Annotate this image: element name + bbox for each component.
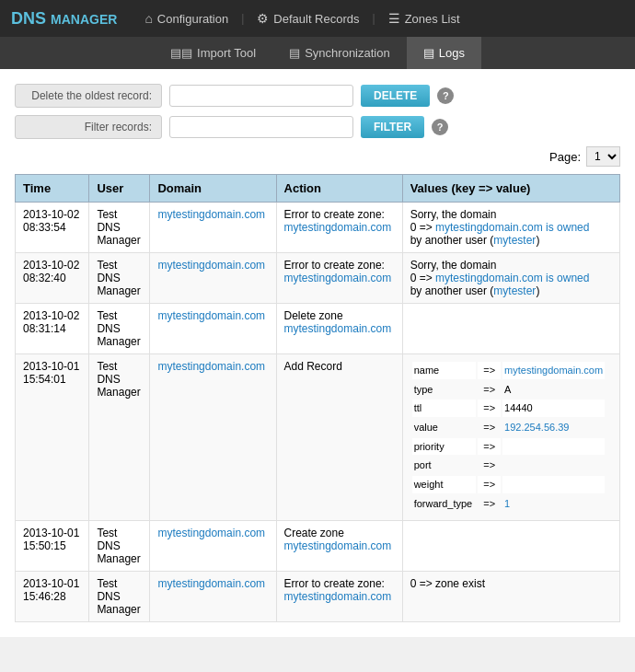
nav-import-tool-label: Import Tool (197, 46, 256, 60)
cell-user: Test DNS Manager (89, 203, 150, 253)
col-action: Action (276, 175, 402, 203)
list-icon (388, 11, 400, 26)
cell-domain[interactable]: mytestingdomain.com (150, 520, 276, 571)
table-row: 2013-10-02 08:31:14Test DNS Managermytes… (16, 304, 620, 354)
filter-input[interactable] (169, 116, 353, 138)
nav-zones-list-label: Zones List (405, 12, 460, 26)
cell-domain[interactable]: mytestingdomain.com (150, 571, 276, 621)
nav-synchronization[interactable]: ▤ Synchronization (272, 37, 407, 69)
cell-time: 2013-10-01 15:54:01 (16, 354, 89, 521)
import-icon: ▤ (170, 46, 192, 60)
cell-user: Test DNS Manager (89, 520, 150, 571)
pagination: Page: 1 (15, 146, 620, 167)
delete-button[interactable]: DELETE (361, 85, 430, 107)
cell-values: Sorry, the domain 0 => mytestingdomain.c… (402, 253, 619, 304)
cell-action: Create zone mytestingdomain.com (276, 520, 402, 571)
page-label: Page: (549, 150, 581, 164)
nav-divider-2: | (373, 12, 375, 25)
cell-action: Error to create zone: mytestingdomain.co… (276, 253, 402, 304)
log-table: Time User Domain Action Values (key => v… (15, 174, 620, 622)
nav-import-tool[interactable]: ▤ Import Tool (154, 37, 272, 69)
nav-divider-1: | (241, 12, 244, 25)
delete-input[interactable] (169, 85, 353, 107)
table-row: 2013-10-01 15:54:01Test DNS Managermytes… (16, 354, 620, 521)
table-row: 2013-10-02 08:33:54Test DNS Managermytes… (16, 203, 620, 253)
cell-user: Test DNS Manager (89, 253, 150, 304)
nav-zones-list[interactable]: Zones List (379, 7, 469, 29)
delete-help-icon[interactable]: ? (437, 87, 454, 104)
cell-action: Add Record (276, 354, 402, 521)
cell-action: Error to create zone: mytestingdomain.co… (276, 571, 402, 621)
nav-logs[interactable]: ▤ Logs (407, 37, 481, 69)
content-area: Delete the oldest record: DELETE ? Filte… (0, 69, 635, 637)
cell-user: Test DNS Manager (89, 571, 150, 621)
sliders-icon (257, 11, 269, 26)
logs-icon: ▤ (423, 46, 434, 60)
col-user: User (89, 175, 150, 203)
cell-user: Test DNS Manager (89, 354, 150, 521)
nav-top: Configuration | Default Records | Zones … (135, 7, 468, 29)
col-domain: Domain (150, 175, 276, 203)
cell-domain[interactable]: mytestingdomain.com (150, 203, 276, 253)
logo-manager: MANAGER (51, 12, 117, 27)
filter-button[interactable]: FILTER (361, 116, 424, 138)
cell-time: 2013-10-02 08:33:54 (16, 203, 89, 253)
header: DNS MANAGER Configuration | Default Reco… (0, 0, 635, 37)
cell-user: Test DNS Manager (89, 304, 150, 354)
cell-time: 2013-10-01 15:46:28 (16, 571, 89, 621)
filter-help-icon[interactable]: ? (432, 119, 448, 135)
nav-default-records-label: Default Records (273, 12, 359, 26)
logo: DNS MANAGER (11, 9, 117, 29)
delete-label: Delete the oldest record: (15, 84, 162, 108)
cell-values (402, 304, 619, 354)
delete-row: Delete the oldest record: DELETE ? (15, 84, 620, 108)
sync-icon: ▤ (289, 46, 300, 60)
cell-values: Sorry, the domain 0 => mytestingdomain.c… (402, 203, 619, 253)
nav-synchronization-label: Synchronization (305, 46, 390, 60)
nav-logs-label: Logs (439, 46, 465, 60)
cell-values (402, 520, 619, 571)
home-icon (144, 11, 152, 26)
cell-values: 0 => zone exist (402, 571, 619, 621)
page-select[interactable]: 1 (586, 146, 620, 167)
table-header-row: Time User Domain Action Values (key => v… (16, 175, 620, 203)
cell-time: 2013-10-01 15:50:15 (16, 520, 89, 571)
cell-domain[interactable]: mytestingdomain.com (150, 253, 276, 304)
table-row: 2013-10-02 08:32:40Test DNS Managermytes… (16, 253, 620, 304)
nav-default-records[interactable]: Default Records (248, 7, 368, 29)
logo-dns: DNS (11, 9, 46, 28)
cell-time: 2013-10-02 08:31:14 (16, 304, 89, 354)
cell-values: name=>mytestingdomain.comtype=>Attl=>144… (402, 354, 619, 521)
cell-time: 2013-10-02 08:32:40 (16, 253, 89, 304)
nav-configuration[interactable]: Configuration (135, 7, 237, 29)
table-row: 2013-10-01 15:50:15Test DNS Managermytes… (16, 520, 620, 571)
filter-row: Filter records: FILTER ? (15, 115, 620, 139)
cell-domain[interactable]: mytestingdomain.com (150, 354, 276, 521)
cell-action: Error to create zone: mytestingdomain.co… (276, 203, 402, 253)
filter-label: Filter records: (15, 115, 162, 139)
cell-domain[interactable]: mytestingdomain.com (150, 304, 276, 354)
nav-configuration-label: Configuration (157, 12, 228, 26)
col-values: Values (key => value) (402, 175, 619, 203)
table-row: 2013-10-01 15:46:28Test DNS Managermytes… (16, 571, 620, 621)
nav-second: ▤ Import Tool ▤ Synchronization ▤ Logs (0, 37, 635, 69)
col-time: Time (16, 175, 89, 203)
cell-action: Delete zone mytestingdomain.com (276, 304, 402, 354)
